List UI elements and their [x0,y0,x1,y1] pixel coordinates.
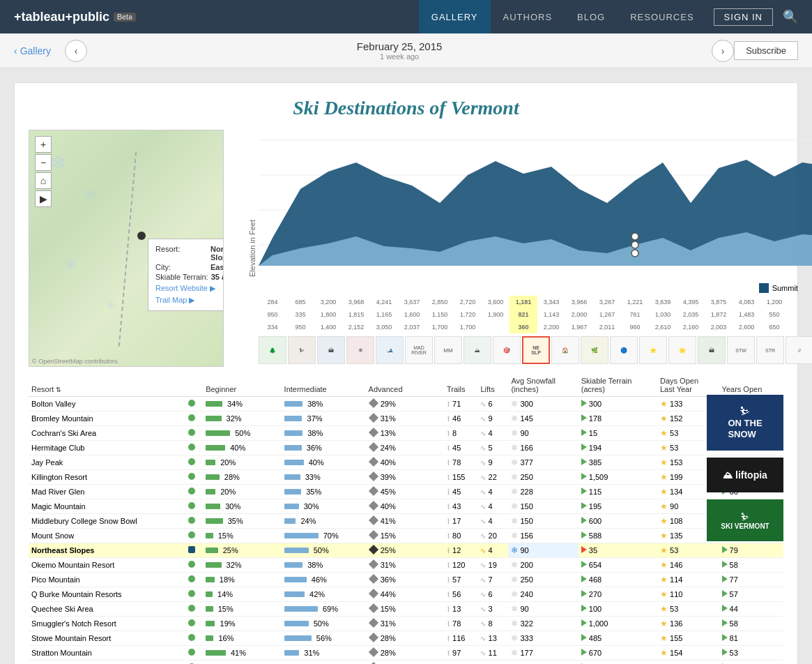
beginner-bar [206,445,225,451]
summit-legend-box [759,283,769,293]
resort-website-link[interactable]: Resort Website ▶ [155,284,224,293]
advanced-pct: 40% [381,458,396,467]
resort-icon-item[interactable]: STW [727,336,755,364]
table-row[interactable]: Hermitage Club 40% 36% 24% ⌇ 45 ∿ 5 ❄ 16… [29,441,783,455]
days-star: ★ [660,531,668,541]
trails-cell: ⌇ 45 [444,441,477,455]
trails-cell: ⌇ 111 [444,661,477,665]
nav-resources[interactable]: RESOURCES [618,0,706,33]
resort-icon-item[interactable]: ⛰ [464,336,491,364]
y-axis-label: Elevation in Feet [248,220,256,277]
num-cell: 650 [760,321,788,333]
table-row[interactable]: Okemo Mountain Resort 32% 38% 31% ⌇ 120 … [29,558,783,573]
num-cell: 1,150 [426,308,454,321]
resort-icon-item[interactable]: 🏔 [317,336,345,364]
table-row[interactable]: Pico Mountain 18% 46% 36% ⌇ 57 ∿ 7 ❄ 250… [29,573,783,587]
trails-cell: ⌇ 120 [444,558,477,573]
table-row[interactable]: Bolton Valley 34% 38% 29% ⌇ 71 ∿ 6 ❄ 300… [29,397,783,412]
table-row[interactable]: Mad River Glen 20% 35% 45% ⌇ 45 ∿ 4 ❄ 22… [29,485,783,499]
gallery-back-link[interactable]: ‹ Gallery [14,45,51,56]
col-header-resort[interactable]: Resort ⇅ [29,374,185,397]
beginner-pct: 14% [217,590,233,598]
table-row[interactable]: Bromley Mountain 32% 37% 31% ⌇ 46 ∿ 9 ❄ … [29,412,783,426]
nav-gallery[interactable]: GALLERY [419,0,491,33]
svg-point-11 [631,241,638,248]
resort-icon-item[interactable]: 🌟 [668,336,696,364]
resort-icon-item[interactable]: 🎿 [376,336,404,364]
resort-icon-item[interactable]: 🏔 [698,336,726,364]
resort-dot-cell [185,514,203,529]
snowflake-icon: ❄ [85,186,97,203]
intermediate-pct: 70% [323,531,339,540]
onthesnow-logo[interactable]: ⛷ ON THESNOW [707,395,783,451]
table-row[interactable]: Stratton Mountain 41% 31% 28% ⌇ 97 ∿ 11 … [29,646,783,661]
next-button[interactable]: › [712,40,734,62]
snowfall-icon: ❄ [511,633,518,643]
resort-icon-item[interactable]: 🏠 [551,336,579,364]
lifts-cell: ∿ 13 [477,631,508,646]
beginner-cell: 32% [203,412,281,426]
zoom-out-button[interactable]: − [35,154,52,171]
resort-icon-item[interactable]: // [786,336,812,364]
intermediate-cell: 24% [282,514,366,529]
nav-authors[interactable]: AUTHORS [491,0,565,33]
resort-icon-northeast[interactable]: NESLP [522,336,550,364]
resort-icon-item[interactable]: MADRIVER [405,336,433,364]
advanced-icon [369,633,378,642]
prev-button[interactable]: ‹ [65,40,87,62]
days-cell: ★ 154 [657,646,719,661]
trail-map-link[interactable]: Trail Map ▶ [155,296,224,305]
table-row[interactable]: Q Burke Mountain Resorts 14% 42% 44% ⌇ 5… [29,587,783,602]
resort-icon-item[interactable]: 🎯 [493,336,521,364]
trails-cell: ⌇ 8 [444,426,477,441]
table-row[interactable]: Magic Mountain 30% 30% 40% ⌇ 43 ∿ 4 ❄ 15… [29,499,783,514]
table-row[interactable]: Killington Resort 28% 33% 39% ⌇ 155 ∿ 22… [29,470,783,485]
map-container[interactable]: ❄ ❄ ❄ ❄ Resort: Northeast Slopes City: E… [29,130,224,367]
side-logos: ⛷ ON THESNOW ⛰ liftopia ⛷ SKI VERMONT [707,395,783,541]
resort-dot-cell [185,485,203,499]
beginner-cell: 34% [203,397,281,412]
terrain-cell: 194 [579,441,657,455]
liftopia-logo[interactable]: ⛰ liftopia [707,458,783,492]
zoom-in-button[interactable]: + [35,136,52,153]
resort-icon-item[interactable]: ⭐ [639,336,667,364]
intermediate-cell: 50% [282,617,366,631]
nav-blog[interactable]: BLOG [565,0,618,33]
expand-button[interactable]: ▶ [35,190,52,207]
resort-icon-item[interactable]: 🌲 [259,336,286,364]
viz-title: Ski Destinations of Vermont [29,97,783,119]
resort-icon-item[interactable]: 🌿 [581,336,608,364]
snowfall-cell: ❄ 322 [508,617,578,631]
resort-icon-item[interactable]: MM [434,336,462,364]
resort-data-table: Resort ⇅ Beginner Intermediate Advanced … [29,374,783,664]
resort-icon-item[interactable]: STR [756,336,784,364]
signin-button[interactable]: SIGN IN [714,8,773,26]
table-row[interactable]: Stowe Mountain Resort 16% 56% 28% ⌇ 116 … [29,631,783,646]
table-row[interactable]: Mount Snow 15% 70% 15% ⌇ 80 ∿ 20 ❄ 156 5… [29,529,783,543]
home-button[interactable]: ⌂ [35,172,52,189]
table-row[interactable]: Sugarbush 20% 45% 35% ⌇ 111 ∿ 16 ❄ 269 5… [29,661,783,665]
lifts-cell: ∿ 6 [477,587,508,602]
table-row[interactable]: Jay Peak 20% 40% 40% ⌇ 78 ∿ 9 ❄ 377 385 [29,455,783,470]
resort-icon-item[interactable]: ⛷ [288,336,316,364]
num-cell: 960 [621,321,649,333]
table-row[interactable]: Cochran's Ski Area 50% 38% 13% ⌇ 8 ∿ 4 ❄… [29,426,783,441]
map-pin[interactable] [137,232,146,240]
skivermont-logo[interactable]: ⛷ SKI VERMONT [707,499,783,541]
table-row[interactable]: Northeast Slopes 25% 50% 25% ⌇ 12 ∿ 4 ❄ … [29,543,783,558]
beginner-bar [206,533,213,538]
resort-name-cell: Bromley Mountain [29,412,185,426]
table-row[interactable]: Smuggler's Notch Resort 19% 50% 31% ⌇ 78… [29,617,783,631]
subscribe-button[interactable]: Subscribe [734,41,798,60]
map-background: ❄ ❄ ❄ ❄ Resort: Northeast Slopes City: E… [29,130,223,366]
search-icon[interactable]: 🔍 [783,9,798,24]
table-row[interactable]: Middlebury College Snow Bowl 35% 24% 41%… [29,514,783,529]
resort-icon-item[interactable]: 🔵 [610,336,638,364]
resort-name-cell: Q Burke Mountain Resorts [29,587,185,602]
lifts-icon: ∿ [480,430,486,437]
resort-icon-item[interactable]: ❄ [346,336,374,364]
resort-name-cell: Cochran's Ski Area [29,426,185,441]
table-row[interactable]: Quechee Ski Area 15% 69% 15% ⌇ 13 ∿ 3 ❄ … [29,602,783,617]
advanced-icon [369,515,378,525]
advanced-icon [369,589,378,598]
